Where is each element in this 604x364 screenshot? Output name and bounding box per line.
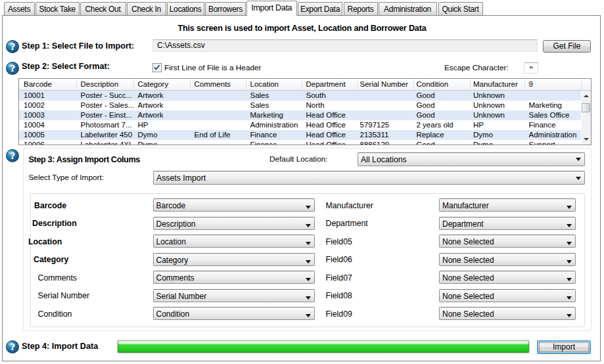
svg-text:?: ? <box>10 62 15 73</box>
svg-text:?: ? <box>10 41 15 52</box>
svg-text:?: ? <box>10 341 15 352</box>
svg-text:?: ? <box>10 150 15 161</box>
